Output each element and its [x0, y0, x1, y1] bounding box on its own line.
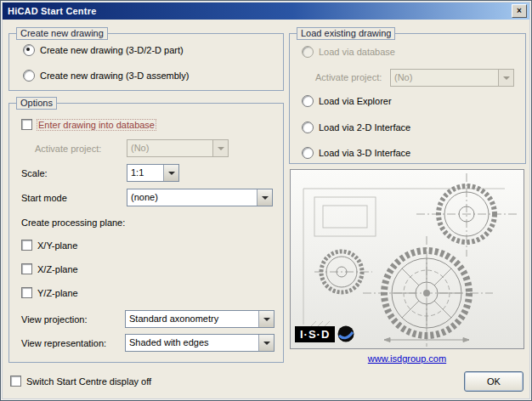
radio-create-part-label: Create new drawing (3-D/2-D part) [40, 45, 184, 55]
dropdown-arrow-icon[interactable] [163, 165, 178, 181]
radio-load-3d-label: Load via 3-D Interface [319, 148, 410, 158]
close-button[interactable]: × [512, 4, 527, 18]
radio-icon[interactable] [302, 46, 314, 58]
checkbox-yz-plane[interactable]: Y/Z-plane [21, 287, 78, 298]
view-projection-value[interactable]: Standard axonometry [126, 311, 258, 327]
hicad-start-centre-dialog: HiCAD Start Centre × Create new drawing … [0, 0, 532, 401]
scale-label: Scale: [21, 168, 48, 178]
group-load-existing-title: Load existing drawing [297, 27, 395, 40]
radio-icon[interactable] [302, 121, 314, 133]
load-activate-project-select: (No) [390, 69, 514, 87]
radio-selected-icon[interactable] [23, 44, 35, 56]
view-representation-value[interactable]: Shaded with edges [126, 335, 258, 351]
preview-image: I·S·D [290, 169, 524, 349]
dropdown-arrow-icon[interactable] [258, 335, 274, 351]
radio-load-database[interactable]: Load via database [302, 46, 395, 58]
close-icon: × [517, 7, 522, 15]
dropdown-arrow-icon[interactable] [257, 189, 272, 206]
radio-create-assembly-label: Create new drawing (3-D assembly) [40, 71, 189, 81]
load-activate-project-value: (No) [391, 70, 498, 86]
group-options-title: Options [16, 97, 57, 110]
isd-logo-text: I·S·D [295, 326, 335, 342]
checkbox-yz-plane-label: Y/Z-plane [37, 288, 78, 298]
switch-start-centre-label: Switch Start Centre display off [26, 376, 151, 387]
view-projection-select[interactable]: Standard axonometry [125, 310, 274, 328]
start-mode-select[interactable]: (none) [127, 189, 273, 206]
isdgroup-link[interactable]: www.isdgroup.com [290, 353, 524, 364]
checkbox-enter-drawing-database-label: Enter drawing into database [37, 120, 156, 130]
radio-load-database-label: Load via database [319, 47, 395, 57]
checkbox-xz-plane[interactable]: X/Z-plane [21, 263, 78, 274]
group-load-existing-drawing: Load existing drawing Load via database … [289, 33, 526, 164]
checkbox-switch-start-centre-off[interactable]: Switch Start Centre display off [10, 376, 151, 387]
activate-project-label: Activate project: [35, 144, 101, 154]
isd-logo: I·S·D [295, 325, 354, 342]
checkbox-icon[interactable] [21, 263, 32, 274]
checkbox-icon[interactable] [10, 376, 21, 387]
checkbox-icon[interactable] [21, 240, 32, 251]
group-options: Options Enter drawing into database Acti… [8, 103, 284, 363]
group-create-new-drawing: Create new drawing Create new drawing (3… [8, 33, 284, 91]
radio-icon[interactable] [302, 147, 314, 159]
scale-value[interactable]: 1:1 [127, 165, 163, 181]
title-bar[interactable]: HiCAD Start Centre × [3, 3, 529, 20]
radio-create-assembly[interactable]: Create new drawing (3-D assembly) [23, 70, 189, 82]
checkbox-xy-plane-label: X/Y-plane [37, 240, 77, 251]
radio-load-2d-interface[interactable]: Load via 2-D Interface [302, 121, 410, 133]
window-title: HiCAD Start Centre [8, 6, 512, 16]
ok-button[interactable]: OK [464, 371, 524, 392]
radio-load-2d-label: Load via 2-D Interface [319, 122, 410, 133]
dropdown-arrow-icon[interactable] [258, 311, 274, 327]
activate-project-select: (No) [127, 139, 229, 157]
view-projection-label: View projection: [21, 314, 87, 325]
radio-create-part[interactable]: Create new drawing (3-D/2-D part) [23, 44, 184, 56]
view-representation-select[interactable]: Shaded with edges [125, 334, 274, 352]
radio-load-explorer-label: Load via Explorer [319, 96, 392, 106]
checkbox-xz-plane-label: X/Z-plane [37, 264, 78, 274]
activate-project-value: (No) [127, 140, 212, 156]
radio-icon[interactable] [23, 70, 35, 82]
isd-globe-icon [337, 325, 354, 342]
start-mode-label: Start mode [21, 193, 67, 203]
radio-load-3d-interface[interactable]: Load via 3-D Interface [302, 147, 410, 159]
processing-plane-label: Create processing plane: [21, 217, 125, 228]
checkbox-enter-drawing-database[interactable]: Enter drawing into database [21, 119, 156, 130]
checkbox-icon[interactable] [21, 119, 32, 130]
checkbox-xy-plane[interactable]: X/Y-plane [21, 240, 77, 251]
scale-select[interactable]: 1:1 [127, 164, 179, 182]
radio-load-explorer[interactable]: Load via Explorer [302, 95, 392, 107]
load-activate-project-label: Activate project: [315, 72, 382, 82]
technical-drawing-graphic [291, 170, 524, 348]
dropdown-arrow-icon [212, 140, 228, 156]
view-representation-label: View representation: [21, 338, 106, 348]
checkbox-icon[interactable] [21, 287, 32, 298]
group-create-new-title: Create new drawing [16, 27, 108, 40]
dropdown-arrow-icon [498, 70, 513, 86]
start-mode-value[interactable]: (none) [127, 189, 257, 206]
radio-icon[interactable] [302, 95, 314, 107]
